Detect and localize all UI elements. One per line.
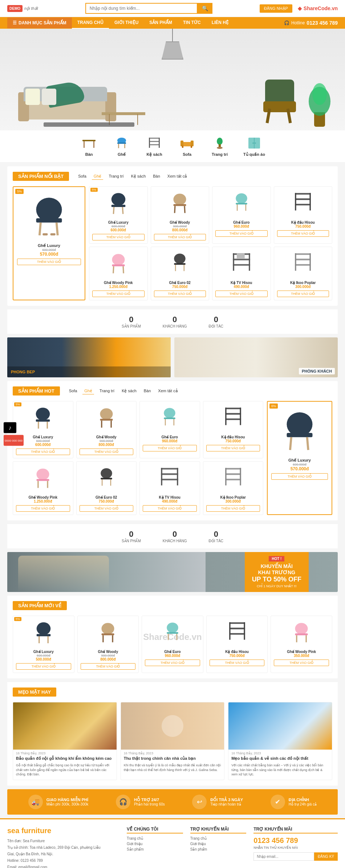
footer-about-link-0[interactable]: Trang chủ — [127, 836, 183, 840]
new-product-2[interactable]: Ghế Euro 960.000đ THÊM VÀO GIỎ — [142, 616, 203, 673]
add-to-cart-2[interactable]: THÊM VÀO GIỎ — [215, 230, 268, 237]
nav-news[interactable]: TIN TỨC — [178, 17, 206, 29]
hot-stat-num-0: 0 — [122, 530, 141, 539]
blog-card-1[interactable]: 16 Tháng Bảy, 2023 Thu thật trong chính … — [121, 702, 225, 780]
featured-main-name: Ghế Luxury — [17, 243, 81, 248]
footer-support-link-1[interactable]: Giới thiệu — [190, 842, 247, 846]
hot-add-3[interactable]: THÊM VÀO GIỎ — [206, 445, 260, 451]
product-card-4[interactable]: Ghế Woody Pink 1.250.000đ THÊM VÀO GIỎ — [89, 247, 148, 300]
hot-tab-kesach[interactable]: Kệ sách — [120, 388, 138, 394]
svg-rect-108 — [47, 636, 49, 643]
category-tqao[interactable]: Tủ quần áo — [243, 136, 265, 157]
hot-add-4[interactable]: THÊM VÀO GIỎ — [16, 505, 70, 512]
hot-product-2[interactable]: Ghế Euro 960.000đ THÊM VÀO GIỎ — [139, 401, 200, 458]
nav-about[interactable]: GIỚI THIỆU — [109, 17, 144, 29]
tab-trangtr[interactable]: Trang trí — [107, 173, 125, 180]
newsletter: ĐĂNG KÝ — [253, 852, 338, 861]
add-to-cart-5[interactable]: THÊM VÀO GIỎ — [154, 291, 206, 297]
hot-img-1 — [80, 404, 134, 433]
newsletter-input[interactable] — [253, 852, 314, 861]
featured-main-add-btn[interactable]: THÊM VÀO GIỎ — [17, 259, 81, 265]
product-name-6: Kệ TV Hisou — [215, 281, 268, 285]
category-menu-btn[interactable]: ☰ DANH MỤC SẢN PHẨM — [7, 17, 72, 28]
footer-brand-name: sea — [7, 827, 19, 835]
svg-rect-45 — [295, 193, 296, 210]
phone-button[interactable]: 0000 000 000 — [4, 435, 24, 446]
footer-support-link-2[interactable]: Sản phẩm — [190, 847, 247, 851]
new-add-1[interactable]: THÊM VÀO GIỎ — [81, 663, 136, 670]
promo-banner[interactable]: HOT ! KHUYẾN MÃI KHAI TRƯƠNG UP TO 50% O… — [7, 552, 338, 592]
blog-card-0[interactable]: 16 Tháng Bảy, 2023 Bảo quản đồ nội gỗ kh… — [13, 702, 117, 780]
hot-add-7[interactable]: THÊM VÀO GIỎ — [206, 505, 260, 512]
hot-tab-all[interactable]: Xem tất cả — [156, 388, 179, 394]
hot-product-6[interactable]: Kệ TV Hisou 490.000đ THÊM VÀO GIỎ — [139, 461, 200, 515]
hot-product-5[interactable]: Ghế Euro 02 750.000đ THÊM VÀO GIỎ — [76, 461, 137, 515]
banner-kitchen[interactable]: PHONG BEP — [7, 337, 171, 377]
footer-about-link-1[interactable]: Giới thiệu — [127, 842, 183, 846]
hot-add-6[interactable]: THÊM VÀO GIỎ — [143, 505, 197, 512]
hot-add-2[interactable]: THÊM VÀO GIỎ — [143, 445, 197, 451]
hot-main-add-btn[interactable]: THÊM VÀO GIỎ — [271, 473, 328, 480]
product-card-0[interactable]: 5% Ghế Luxury 600.000đ 600.000đ THÊM VÀO… — [89, 186, 148, 244]
product-card-1[interactable]: Ghế Woody 900.000đ 800.000đ THÊM VÀO GIỎ — [151, 186, 210, 244]
add-to-cart-3[interactable]: THÊM VÀO GIỎ — [277, 230, 329, 237]
tiktok-button[interactable]: ♪ — [4, 422, 16, 433]
search-bar[interactable]: 🔍 — [85, 3, 212, 14]
add-to-cart-1[interactable]: THÊM VÀO GIỎ — [154, 234, 206, 240]
hot-product-7[interactable]: Kệ Ikoo Poplar 300.000đ THÊM VÀO GIỎ — [203, 461, 264, 515]
product-price-4: 1.250.000đ — [92, 285, 145, 289]
category-ban[interactable]: Bàn — [80, 136, 98, 157]
nav-home[interactable]: TRANG CHỦ — [72, 17, 109, 29]
product-card-3[interactable]: Kệ đầu Hisou 750.000đ THÊM VÀO GIỎ — [274, 186, 333, 244]
hot-tab-ghe[interactable]: Ghế — [82, 388, 94, 394]
hot-stat-2: 0 ĐỐI TÁC — [208, 530, 223, 543]
new-product-4[interactable]: Ghế Woody Pink 350.000đ THÊM VÀO GIỎ — [271, 616, 332, 673]
footer-support-title: TRỢ KHUYẾN MÃI — [190, 827, 247, 833]
nav-products[interactable]: SẢN PHẨM — [144, 17, 178, 29]
tab-ghe[interactable]: Ghế — [92, 173, 104, 180]
hot-product-3[interactable]: Kệ đầu Hisou 750.000đ THÊM VÀO GIỎ — [203, 401, 264, 458]
new-add-2[interactable]: THÊM VÀO GIỎ — [145, 660, 200, 666]
newsletter-button[interactable]: ĐĂNG KÝ — [314, 852, 338, 861]
tab-kesach[interactable]: Kệ sách — [129, 173, 148, 180]
add-to-cart-0[interactable]: THÊM VÀO GIỎ — [92, 234, 145, 240]
login-button[interactable]: ĐĂNG NHẬP — [260, 4, 292, 13]
tab-sofa[interactable]: Sofa — [76, 173, 88, 180]
hot-add-0[interactable]: THÊM VÀO GIỎ — [16, 449, 70, 455]
new-add-0[interactable]: THÊM VÀO GIỎ — [16, 663, 71, 670]
category-ghe[interactable]: Ghế — [113, 136, 131, 157]
nav-contact[interactable]: LIÊN HỆ — [206, 17, 234, 29]
search-button[interactable]: 🔍 — [198, 3, 212, 14]
category-trangtr[interactable]: Trang trí — [211, 136, 229, 157]
add-to-cart-7[interactable]: THÊM VÀO GIỎ — [277, 291, 329, 297]
hot-tab-ban[interactable]: Bàn — [142, 388, 153, 394]
hot-product-1[interactable]: Ghế Woody 900.000đ 800.000đ THÊM VÀO GIỎ — [76, 401, 137, 458]
hot-product-4[interactable]: Ghế Woody Pink 1.250.000đ THÊM VÀO GIỎ — [13, 461, 73, 515]
category-kesach[interactable]: Kệ sách — [145, 136, 163, 157]
product-card-5[interactable]: Ghế Euro 02 750.000đ THÊM VÀO GIỎ — [151, 247, 210, 300]
hot-stat-num-1: 0 — [163, 530, 187, 539]
hot-add-5[interactable]: THÊM VÀO GIỎ — [80, 505, 134, 512]
search-input[interactable] — [85, 3, 198, 14]
product-card-7[interactable]: Kệ Ikoo Poplar 300.000đ THÊM VÀO GIỎ — [274, 247, 333, 300]
hot-tab-trangtr[interactable]: Trang trí — [98, 388, 116, 394]
new-add-4[interactable]: THÊM VÀO GIỎ — [274, 660, 329, 666]
new-product-0[interactable]: 5% Ghế Luxury 600.000đ 500.000đ THÊM VÀO… — [13, 616, 74, 673]
new-product-3[interactable]: Kệ đầu Hisou 750.000đ THÊM VÀO GIỎ — [206, 616, 268, 673]
product-card-6[interactable]: Kệ TV Hisou 490.000đ THÊM VÀO GIỎ — [212, 247, 271, 300]
tab-all[interactable]: Xem tất cả — [166, 173, 189, 180]
footer-support-link-0[interactable]: Trang chủ — [190, 836, 247, 840]
add-to-cart-6[interactable]: THÊM VÀO GIỎ — [215, 291, 268, 297]
hot-tab-sofa[interactable]: Sofa — [67, 388, 79, 394]
blog-card-2[interactable]: 16 Tháng Bảy, 2023 Mẹo bảo quản & vẻ sin… — [228, 702, 332, 780]
svg-rect-115 — [168, 634, 169, 640]
banner-living[interactable]: PHÒNG KHÁCH — [174, 337, 338, 377]
footer-about-link-2[interactable]: Sản phẩm — [127, 847, 183, 851]
product-card-2[interactable]: Ghế Euro 960.000đ THÊM VÀO GIỎ — [212, 186, 271, 244]
hot-add-1[interactable]: THÊM VÀO GIỎ — [80, 449, 134, 455]
tab-ban[interactable]: Bàn — [151, 173, 162, 180]
new-product-1[interactable]: Ghế Woody 900.000đ 800.000đ THÊM VÀO GIỎ — [77, 616, 139, 673]
category-sofa[interactable]: Sofa — [178, 136, 196, 157]
new-add-3[interactable]: THÊM VÀO GIỎ — [210, 660, 265, 666]
add-to-cart-4[interactable]: THÊM VÀO GIỎ — [92, 291, 145, 297]
